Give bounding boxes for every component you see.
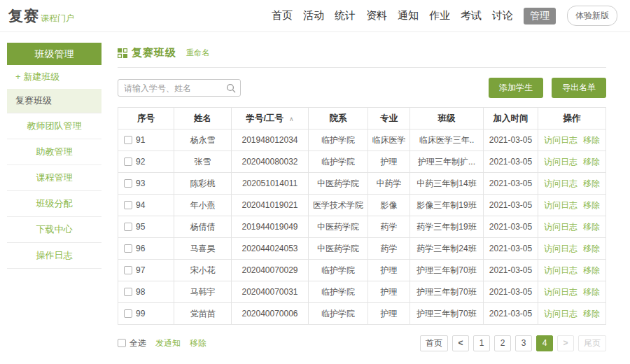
sidebar-item-new-class[interactable]: + 新建班级 <box>7 65 102 89</box>
row-checkbox[interactable] <box>124 244 132 253</box>
row-index: 91 <box>136 135 145 145</box>
remove-link[interactable]: 移除 <box>583 135 600 145</box>
visit-log-link[interactable]: 访问日志 <box>544 222 578 232</box>
nav-item-1[interactable]: 活动 <box>303 9 324 22</box>
nav-item-0[interactable]: 首页 <box>272 9 293 22</box>
visit-log-link[interactable]: 访问日志 <box>544 309 578 318</box>
column-header-3[interactable]: 院系 <box>309 108 368 130</box>
column-header-2[interactable]: 学号/工号∧ <box>232 108 309 130</box>
logo-main-text: 复赛 <box>8 6 39 26</box>
sidebar-item-2[interactable]: 课程管理 <box>7 164 102 190</box>
nav-item-5[interactable]: 作业 <box>429 9 450 22</box>
remove-link[interactable]: 移除 <box>583 157 600 167</box>
table-row: 96马喜昊202044024053中医药学院药学药学三年制24班2021-03-… <box>118 238 606 260</box>
pagination-page-4[interactable]: 4 <box>536 335 553 351</box>
row-index: 98 <box>136 287 145 297</box>
column-header-7[interactable]: 操作 <box>538 108 606 130</box>
pagination-next[interactable]: > <box>557 335 574 351</box>
search-box <box>118 79 241 97</box>
sidebar-item-4[interactable]: 下载中心 <box>7 216 102 242</box>
column-header-5[interactable]: 班级 <box>410 108 484 130</box>
visit-log-link[interactable]: 访问日志 <box>544 244 578 253</box>
row-checkbox[interactable] <box>124 179 132 188</box>
visit-log-link[interactable]: 访问日志 <box>544 178 578 188</box>
try-new-version-button[interactable]: 体验新版 <box>567 6 617 26</box>
join-time-cell: 2021-03-05 <box>484 173 538 195</box>
visit-log-link[interactable]: 访问日志 <box>544 200 578 210</box>
row-checkbox[interactable] <box>124 288 132 296</box>
pagination-last[interactable]: 尾页 <box>578 335 606 351</box>
remove-link[interactable]: 移除 <box>583 287 600 297</box>
row-index: 93 <box>136 178 145 188</box>
column-header-4[interactable]: 专业 <box>368 108 410 130</box>
table-row: 95杨倩倩201944019049中医药学院药学药学三年制19班2021-03-… <box>118 216 606 238</box>
student-id-cell: 202040070031 <box>232 281 309 303</box>
remove-link[interactable]: 移除 <box>583 200 600 210</box>
search-input[interactable] <box>124 83 226 93</box>
table-row: 97宋小花202040070029临护学院护理护理三年制70班2021-03-0… <box>118 260 606 281</box>
department-cell: 临护学院 <box>309 130 368 151</box>
select-all-checkbox[interactable] <box>118 339 126 347</box>
sidebar-item-0[interactable]: 教师团队管理 <box>7 113 102 139</box>
actions-cell: 访问日志移除 <box>538 260 606 281</box>
join-time-cell: 2021-03-05 <box>484 216 538 238</box>
remove-link[interactable]: 移除 <box>583 222 600 232</box>
export-list-button[interactable]: 导出名单 <box>552 78 606 98</box>
department-cell: 中医药学院 <box>309 216 368 238</box>
remove-link[interactable]: 移除 <box>583 309 600 318</box>
nav-item-3[interactable]: 资料 <box>366 9 387 22</box>
row-checkbox[interactable] <box>124 223 132 231</box>
column-header-6[interactable]: 加入时间 <box>484 108 538 130</box>
column-header-1[interactable]: 姓名 <box>174 108 232 130</box>
pagination-first[interactable]: 首页 <box>420 335 448 351</box>
main-panel: 复赛班级 重命名 添加学生 导出名单 <box>118 32 606 364</box>
actions-cell: 访问日志移除 <box>538 151 606 173</box>
logo-sub-text: 课程门户 <box>41 13 74 24</box>
class-cell: 护理三年制扩... <box>410 151 484 173</box>
pagination-page-3[interactable]: 3 <box>515 335 532 351</box>
join-time-cell: 2021-03-05 <box>484 260 538 281</box>
actions-cell: 访问日志移除 <box>538 195 606 216</box>
nav-item-6[interactable]: 考试 <box>461 9 482 22</box>
content-area: 班级管理 + 新建班级 复赛班级 教师团队管理助教管理课程管理班级分配下载中心操… <box>0 32 630 364</box>
remove-link[interactable]: 移除 <box>583 178 600 188</box>
toolbar-buttons: 添加学生 导出名单 <box>489 78 606 98</box>
sort-asc-icon[interactable]: ∧ <box>289 115 294 122</box>
department-cell: 临护学院 <box>309 303 368 325</box>
sidebar-item-current-class[interactable]: 复赛班级 <box>7 89 102 113</box>
visit-log-link[interactable]: 访问日志 <box>544 135 578 145</box>
pagination-page-1[interactable]: 1 <box>473 335 490 351</box>
sidebar-item-3[interactable]: 班级分配 <box>7 190 102 216</box>
row-index-cell: 92 <box>118 151 174 173</box>
nav-item-2[interactable]: 统计 <box>335 9 356 22</box>
nav-item-4[interactable]: 通知 <box>398 9 419 22</box>
visit-log-link[interactable]: 访问日志 <box>544 157 578 167</box>
sidebar-item-1[interactable]: 助教管理 <box>7 139 102 164</box>
row-checkbox[interactable] <box>124 309 132 318</box>
actions-cell: 访问日志移除 <box>538 281 606 303</box>
remove-link[interactable]: 移除 <box>583 244 600 253</box>
pagination-page-2[interactable]: 2 <box>494 335 511 351</box>
remove-link[interactable]: 移除 <box>583 265 600 275</box>
student-id-cell: 202044024053 <box>232 238 309 260</box>
rename-link[interactable]: 重命名 <box>186 48 209 58</box>
visit-log-link[interactable]: 访问日志 <box>544 265 578 275</box>
search-icon[interactable] <box>226 83 236 93</box>
select-all[interactable]: 全选 <box>118 337 146 349</box>
join-time-cell: 2021-03-05 <box>484 151 538 173</box>
app-logo[interactable]: 复赛 课程门户 <box>8 6 74 26</box>
pagination-prev[interactable]: < <box>452 335 469 351</box>
nav-item-8[interactable]: 管理 <box>524 8 556 24</box>
send-notice-link[interactable]: 发通知 <box>155 337 181 349</box>
row-checkbox[interactable] <box>124 158 132 166</box>
add-student-button[interactable]: 添加学生 <box>489 78 543 98</box>
sidebar-item-5[interactable]: 操作日志 <box>7 242 102 268</box>
visit-log-link[interactable]: 访问日志 <box>544 287 578 297</box>
class-cell: 护理三年制70班 <box>410 303 484 325</box>
column-header-0[interactable]: 序号 <box>118 108 174 130</box>
bulk-remove-link[interactable]: 移除 <box>190 337 206 349</box>
row-checkbox[interactable] <box>124 136 132 144</box>
row-checkbox[interactable] <box>124 266 132 274</box>
row-checkbox[interactable] <box>124 201 132 209</box>
nav-item-7[interactable]: 讨论 <box>492 9 513 22</box>
